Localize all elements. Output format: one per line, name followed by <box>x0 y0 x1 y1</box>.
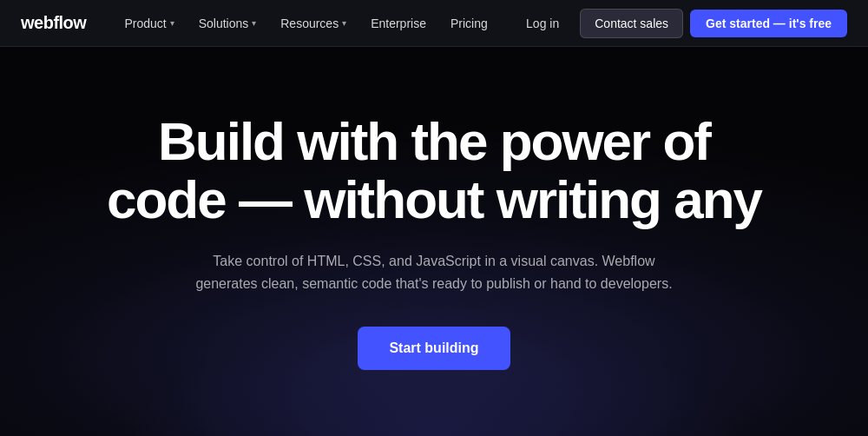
nav-item-product[interactable]: Product ▾ <box>114 11 184 36</box>
nav-right: Log in Contact sales Get started — it's … <box>512 9 847 38</box>
nav-item-resources[interactable]: Resources ▾ <box>270 11 357 36</box>
hero-title: Build with the power of code — without w… <box>95 113 773 229</box>
nav-product-label: Product <box>124 17 166 30</box>
chevron-down-icon: ▾ <box>170 18 174 28</box>
nav-enterprise-label: Enterprise <box>371 17 426 30</box>
nav-solutions-label: Solutions <box>199 17 249 30</box>
chevron-down-icon: ▾ <box>342 18 346 28</box>
nav-item-enterprise[interactable]: Enterprise <box>360 11 437 36</box>
nav-item-pricing[interactable]: Pricing <box>440 11 498 36</box>
hero-section: Build with the power of code — without w… <box>0 47 868 436</box>
nav-pricing-label: Pricing <box>450 17 488 30</box>
nav-resources-label: Resources <box>280 17 339 30</box>
login-button[interactable]: Log in <box>512 10 573 37</box>
chevron-down-icon: ▾ <box>252 18 256 28</box>
contact-sales-button[interactable]: Contact sales <box>580 9 683 38</box>
navbar: webflow Product ▾ Solutions ▾ Resources … <box>0 0 868 47</box>
hero-subtitle: Take control of HTML, CSS, and JavaScrip… <box>191 250 677 294</box>
nav-links: Product ▾ Solutions ▾ Resources ▾ Enterp… <box>114 11 512 36</box>
nav-logo[interactable]: webflow <box>21 13 86 33</box>
nav-item-solutions[interactable]: Solutions ▾ <box>188 11 267 36</box>
get-started-button[interactable]: Get started — it's free <box>690 10 847 37</box>
start-building-button[interactable]: Start building <box>358 327 510 370</box>
